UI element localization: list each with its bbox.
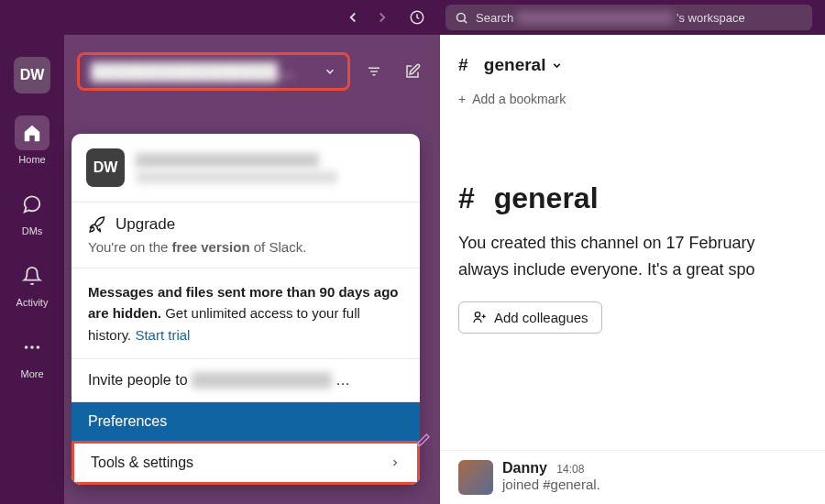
channel-description: You created this channel on 17 February …	[458, 230, 807, 283]
rocket-icon	[88, 215, 106, 234]
channel-heading: # general	[458, 181, 807, 215]
workspace-name-dropdown[interactable]: ████████████████…	[77, 52, 350, 91]
rail-more[interactable]: More	[15, 330, 50, 379]
edit-pencil-icon[interactable]	[416, 433, 431, 451]
rail-label: DMs	[22, 225, 43, 236]
filter-icon[interactable]	[359, 57, 389, 86]
history-clock-icon[interactable]	[405, 5, 429, 29]
menu-invite-item[interactable]: Invite people to ██████████ …	[72, 359, 420, 401]
avatar[interactable]	[458, 460, 493, 495]
svg-point-8	[475, 312, 479, 317]
chevron-down-icon	[324, 65, 336, 78]
menu-workspace-sub-blurred	[136, 171, 337, 183]
message-author[interactable]: Danny	[502, 460, 547, 476]
search-icon	[455, 11, 468, 25]
message-row[interactable]: Danny 14:08 joined #general.	[440, 450, 825, 504]
rail-label: More	[20, 368, 43, 379]
forward-arrow-icon[interactable]	[370, 5, 394, 29]
upgrade-title: Upgrade	[116, 215, 175, 234]
workspace-name-blurred: ████████████████…	[91, 62, 318, 82]
svg-point-3	[30, 345, 34, 349]
home-icon	[22, 123, 42, 143]
menu-workspace-name-blurred	[136, 153, 319, 168]
compose-icon[interactable]	[398, 57, 427, 86]
upgrade-subtitle: You're on the free version of Slack.	[88, 239, 403, 255]
chevron-right-icon	[390, 457, 401, 468]
menu-workspace-badge: DW	[86, 148, 125, 187]
menu-upgrade-section[interactable]: Upgrade You're on the free version of Sl…	[72, 203, 420, 268]
rail-dms[interactable]: DMs	[15, 187, 50, 236]
message-text: joined #general.	[502, 477, 600, 492]
back-arrow-icon[interactable]	[341, 5, 365, 29]
rail-label: Activity	[16, 297, 49, 308]
add-colleagues-button[interactable]: Add colleagues	[458, 301, 602, 334]
svg-point-4	[37, 345, 40, 349]
bell-icon	[22, 266, 42, 286]
rail-label: Home	[18, 154, 45, 165]
message-time: 14:08	[556, 463, 584, 476]
dms-icon	[22, 194, 42, 214]
channel-pane: # general + Add a bookmark # general You…	[440, 35, 825, 504]
workspace-switcher[interactable]: DW	[14, 57, 50, 93]
chevron-down-icon	[551, 60, 563, 71]
menu-tools-settings[interactable]: Tools & settings	[72, 441, 420, 485]
rail-activity[interactable]: Activity	[15, 258, 50, 308]
top-bar: Search ██████████████████ 's workspace	[0, 0, 825, 35]
menu-workspace-header[interactable]: DW	[72, 134, 420, 202]
more-icon	[22, 337, 42, 357]
search-input[interactable]: Search ██████████████████ 's workspace	[446, 5, 812, 30]
left-rail: DW Home DMs Activity More	[0, 35, 64, 504]
svg-point-2	[25, 345, 28, 349]
add-bookmark-button[interactable]: + Add a bookmark	[458, 92, 807, 106]
start-trial-link[interactable]: Start trial	[135, 327, 190, 343]
sidebar: ████████████████… 1 DW	[64, 35, 440, 504]
menu-history-section: Messages and files sent more than 90 day…	[72, 268, 420, 358]
menu-preferences[interactable]: Preferences	[72, 402, 420, 441]
search-placeholder: Search ██████████████████ 's workspace	[476, 11, 745, 25]
person-add-icon	[472, 310, 487, 324]
channel-title-dropdown[interactable]: # general	[458, 55, 807, 75]
rail-home[interactable]: Home	[15, 115, 50, 165]
svg-point-1	[457, 13, 466, 21]
workspace-menu: DW Upgrade You're on the free version of…	[72, 134, 420, 485]
